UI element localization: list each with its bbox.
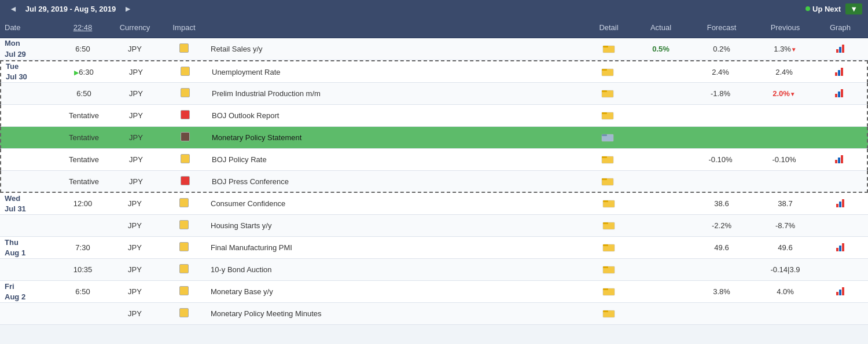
impact-cell	[162, 67, 208, 78]
event-cell[interactable]: Retail Sales y/y	[207, 45, 586, 53]
bar-chart-icon[interactable]	[836, 43, 844, 53]
time-cell: 6:50	[58, 89, 110, 98]
event-cell[interactable]: Unemployment Rate	[208, 68, 584, 76]
event-cell[interactable]: Monetary Policy Statement	[208, 133, 584, 142]
svg-rect-7	[602, 112, 607, 114]
bar-chart-icon[interactable]	[836, 286, 844, 295]
bar-chart-icon[interactable]	[835, 67, 843, 76]
detail-cell[interactable]	[586, 43, 632, 55]
date-cell: Thu Aug 1	[5, 237, 57, 258]
bar-chart-icon[interactable]	[836, 242, 844, 251]
graph-cell[interactable]	[816, 88, 862, 99]
currency-cell: JPY	[110, 68, 162, 76]
column-header: Date 22:48 Currency Impact Detail Actual…	[0, 17, 868, 38]
svg-rect-17	[603, 222, 608, 224]
detail-cell[interactable]	[586, 264, 632, 276]
actual-cell: 0.5%	[632, 45, 690, 53]
detail-cell[interactable]	[584, 109, 631, 122]
svg-rect-13	[602, 178, 607, 180]
detail-cell[interactable]	[586, 219, 632, 232]
graph-cell[interactable]	[817, 198, 863, 209]
table-row: Wed Jul 3112:00JPYConsumer Confidence 38…	[0, 193, 868, 215]
table-row: Thu Aug 17:30JPYFinal Manufacturing PMI …	[0, 237, 868, 259]
impact-icon	[181, 67, 190, 76]
graph-cell[interactable]	[817, 43, 863, 54]
svg-rect-3	[602, 69, 607, 71]
currency-cell: JPY	[109, 199, 161, 208]
currency-cell: JPY	[110, 133, 162, 142]
forecast-cell: -0.10%	[689, 155, 752, 164]
time-cell: Tentative	[58, 177, 110, 186]
time-cell: 12:00	[57, 199, 109, 208]
graph-cell[interactable]	[817, 242, 863, 253]
currency-cell: JPY	[109, 287, 161, 296]
forecast-cell: 2.4%	[689, 68, 752, 76]
detail-cell[interactable]	[586, 286, 632, 298]
time-cell: 6:50	[57, 287, 109, 296]
graph-cell[interactable]	[816, 67, 862, 78]
impact-icon	[179, 198, 189, 207]
date-cell: Mon Jul 29	[5, 38, 57, 59]
detail-cell[interactable]	[584, 66, 631, 78]
event-cell[interactable]: BOJ Policy Rate	[208, 155, 584, 164]
impact-cell	[162, 110, 208, 121]
date-cell: Tue Jul 30	[6, 61, 58, 82]
col-time: 22:48	[57, 23, 109, 32]
table-row: JPYMonetary Policy Meeting Minutes	[0, 303, 868, 325]
graph-cell[interactable]	[816, 154, 862, 165]
event-cell[interactable]: Monetary Base y/y	[207, 287, 586, 296]
bar-chart-icon[interactable]	[836, 198, 844, 207]
forecast-cell: 38.6	[690, 199, 753, 208]
detail-cell[interactable]	[586, 308, 632, 320]
detail-cell[interactable]	[586, 241, 632, 254]
date-cell: Fri Aug 2	[5, 281, 57, 302]
currency-cell: JPY	[109, 45, 161, 53]
event-cell[interactable]: Prelim Industrial Production m/m	[208, 89, 584, 98]
next-arrow[interactable]: ►	[120, 4, 135, 13]
forecast-cell: 3.8%	[690, 287, 753, 296]
forecast-cell: -2.2%	[690, 221, 753, 230]
svg-rect-5	[602, 90, 607, 92]
table-row: JPYHousing Starts y/y -2.2%-8.7%	[0, 215, 868, 237]
filter-button[interactable]: ▼	[845, 3, 862, 14]
impact-icon	[179, 264, 189, 273]
col-detail: Detail	[586, 23, 632, 32]
col-forecast: Forecast	[690, 23, 753, 32]
graph-cell[interactable]	[817, 286, 863, 297]
detail-cell[interactable]	[584, 87, 631, 100]
detail-cell[interactable]	[586, 197, 632, 210]
time-cell: ▶6:30	[58, 68, 110, 76]
currency-cell: JPY	[110, 155, 162, 164]
impact-cell	[161, 198, 207, 209]
svg-rect-25	[603, 310, 608, 312]
svg-rect-15	[603, 200, 608, 202]
impact-icon	[181, 132, 190, 141]
currency-cell: JPY	[110, 89, 162, 98]
detail-cell[interactable]	[584, 131, 631, 144]
impact-icon	[181, 88, 190, 97]
event-cell[interactable]: BOJ Outlook Report	[208, 111, 584, 120]
event-cell[interactable]: Final Manufacturing PMI	[207, 243, 586, 252]
impact-icon	[181, 154, 190, 163]
time-cell: 10:35	[57, 265, 109, 274]
impact-cell	[161, 220, 207, 231]
event-cell[interactable]: Monetary Policy Meeting Minutes	[207, 309, 586, 318]
prev-arrow[interactable]: ◄	[6, 4, 21, 13]
bar-chart-icon[interactable]	[835, 88, 843, 97]
table-row: TentativeJPYMonetary Policy Statement	[0, 127, 868, 149]
table-row: TentativeJPYBOJ Outlook Report	[0, 105, 868, 127]
bar-chart-icon[interactable]	[835, 154, 843, 163]
time-cell: Tentative	[58, 133, 110, 142]
detail-cell[interactable]	[584, 175, 631, 188]
time-cell: Tentative	[58, 111, 110, 120]
event-cell[interactable]: 10-y Bond Auction	[207, 265, 586, 274]
date-cell: Wed Jul 31	[5, 193, 57, 214]
svg-rect-11	[602, 156, 607, 158]
detail-cell[interactable]	[584, 153, 631, 166]
impact-cell	[161, 43, 207, 54]
event-cell[interactable]: BOJ Press Conference	[208, 177, 584, 186]
event-cell[interactable]: Consumer Confidence	[207, 199, 586, 208]
table-row: Mon Jul 296:50JPYRetail Sales y/y 0.5%0.…	[0, 38, 868, 60]
event-cell[interactable]: Housing Starts y/y	[207, 221, 586, 230]
impact-icon	[179, 308, 189, 317]
